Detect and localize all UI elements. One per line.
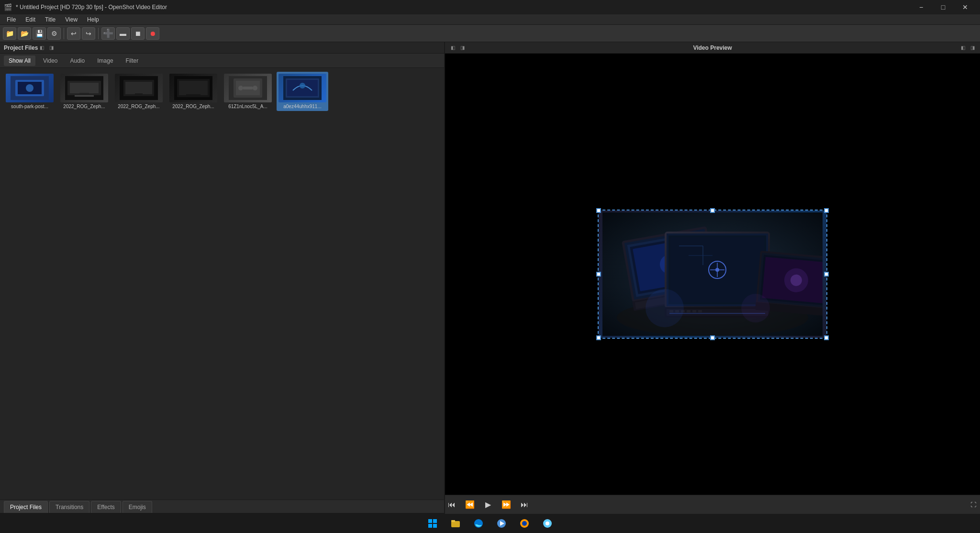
fast-forward-button[interactable]: ⏭ (518, 498, 531, 511)
add-media-button[interactable]: ➕ (101, 27, 115, 40)
tab-filter[interactable]: Filter (121, 56, 144, 66)
pf-icon-2[interactable]: ◨ (47, 44, 55, 52)
vp-icon-1[interactable]: ◧ (449, 44, 457, 52)
open-button[interactable]: 📂 (18, 27, 31, 40)
file-item-4[interactable]: 61Z1nLnoc5L_A... (222, 72, 274, 111)
bt-tab-effects[interactable]: Effects (91, 501, 121, 513)
tab-audio[interactable]: Audio (66, 56, 90, 66)
taskbar-edge[interactable] (470, 515, 487, 532)
edge-icon (473, 518, 484, 529)
handle-bm[interactable] (710, 335, 715, 340)
tab-image[interactable]: Image (92, 56, 118, 66)
video-image (599, 211, 826, 338)
file-item-3[interactable]: 2022_ROG_Zeph... (167, 72, 219, 111)
left-panel: Project Files ◧ ◨ Show All Video Audio I… (0, 42, 445, 514)
file-item-1[interactable]: 2022_ROG_Zeph... (58, 72, 110, 111)
handle-tl[interactable] (596, 208, 601, 213)
video-canvas-inner[interactable] (598, 210, 827, 339)
video-controls: ⏮ ⏪ ▶ ⏩ ⏭ ⛶ (445, 495, 980, 514)
project-files-header-icons: ◧ ◨ (38, 44, 55, 52)
file-item-2[interactable]: 2022_ROG_Zeph... (113, 72, 165, 111)
svg-rect-67 (428, 519, 432, 523)
thumb-img-4 (224, 74, 272, 102)
save-button[interactable]: 💾 (33, 27, 46, 40)
thumb-img-1 (60, 74, 108, 102)
menubar: File Edit Title View Help (0, 14, 980, 25)
bt-tab-transitions[interactable]: Transitions (49, 501, 89, 513)
export-button[interactable]: ⚙ (47, 27, 61, 40)
play-button[interactable]: ▶ (481, 498, 495, 511)
step-forward-button[interactable]: ⏩ (500, 498, 513, 511)
step-back-button[interactable]: ⏪ (463, 498, 477, 511)
video-preview-header: ◧ ◨ Video Preview ◧ ◨ (445, 42, 980, 54)
svg-rect-68 (433, 519, 437, 523)
titlebar-title: * Untitled Project [HD 720p 30 fps] - Op… (16, 4, 167, 11)
video-preview-title: Video Preview (693, 44, 732, 51)
svg-rect-55 (692, 310, 696, 312)
maximize-button[interactable]: □ (932, 0, 954, 14)
svg-rect-69 (428, 524, 432, 528)
main-area: Project Files ◧ ◨ Show All Video Audio I… (0, 42, 980, 514)
svg-rect-54 (687, 310, 690, 312)
remove-button[interactable]: ▬ (116, 27, 130, 40)
taskbar-firefox[interactable] (516, 515, 533, 532)
taskbar-openshot[interactable] (493, 515, 510, 532)
record-button[interactable]: ⏺ (146, 27, 159, 40)
file-item-0[interactable]: south-park-post... (4, 72, 56, 111)
vp-icon-2[interactable]: ◨ (458, 44, 466, 52)
svg-rect-70 (433, 524, 437, 528)
thumb-img-2 (115, 74, 163, 102)
file-label-0: south-park-post... (11, 104, 48, 109)
firefox-icon (519, 518, 530, 529)
new-button[interactable]: 📁 (3, 27, 16, 40)
titlebar: 🎬 * Untitled Project [HD 720p 30 fps] - … (0, 0, 980, 14)
svg-rect-7 (79, 93, 89, 95)
svg-point-79 (546, 522, 549, 525)
rewind-to-start-button[interactable]: ⏮ (445, 498, 458, 511)
svg-rect-56 (698, 310, 702, 312)
bt-tab-emojis[interactable]: Emojis (122, 501, 152, 513)
project-files-title: Project Files (4, 44, 38, 51)
svg-rect-11 (125, 82, 152, 94)
titlebar-left: 🎬 * Untitled Project [HD 720p 30 fps] - … (4, 3, 167, 11)
toolbar: 📁 📂 💾 ⚙ ↩ ↪ ➕ ▬ ⏹ ⏺ (0, 25, 980, 42)
vp-icon-3[interactable]: ◧ (959, 44, 967, 52)
handle-bl[interactable] (596, 335, 601, 340)
project-files-content: south-park-post... 2022_ROG_Zeph... (0, 68, 444, 500)
pf-icon-1[interactable]: ◧ (38, 44, 45, 52)
vp-icon-4[interactable]: ◨ (969, 44, 976, 52)
close-button[interactable]: ✕ (954, 0, 976, 14)
handle-tr[interactable] (824, 208, 829, 213)
menu-help[interactable]: Help (82, 15, 104, 24)
redo-button[interactable]: ↪ (82, 27, 95, 40)
fullscreen-button[interactable]: ⛶ (967, 498, 980, 511)
file-label-1: 2022_ROG_Zeph... (63, 104, 105, 109)
file-label-5: a0ez44uhhx911... (283, 104, 322, 109)
stop-button[interactable]: ⏹ (131, 27, 145, 40)
bt-tab-project-files[interactable]: Project Files (4, 501, 48, 513)
taskbar-settings[interactable] (539, 515, 556, 532)
taskbar-explorer[interactable] (447, 515, 464, 532)
svg-rect-16 (186, 94, 200, 96)
handle-br[interactable] (824, 335, 829, 340)
project-files-header: Project Files ◧ ◨ (0, 42, 444, 54)
menu-file[interactable]: File (2, 15, 21, 24)
svg-rect-6 (70, 83, 99, 93)
handle-ml[interactable] (596, 272, 601, 277)
tab-video[interactable]: Video (38, 56, 62, 66)
vp-header-icons-right: ◧ ◨ (959, 44, 976, 52)
menu-title[interactable]: Title (40, 15, 60, 24)
openshot-icon (496, 518, 507, 529)
minimize-button[interactable]: − (910, 0, 932, 14)
file-item-5[interactable]: a0ez44uhhx911... (277, 72, 328, 111)
taskbar-windows[interactable] (424, 515, 441, 532)
menu-view[interactable]: View (60, 15, 82, 24)
undo-button[interactable]: ↩ (67, 27, 80, 40)
svg-rect-15 (179, 81, 208, 95)
handle-mr[interactable] (824, 272, 829, 277)
handle-tm[interactable] (710, 208, 715, 213)
svg-point-26 (300, 83, 305, 89)
svg-rect-72 (451, 520, 455, 522)
tab-show-all[interactable]: Show All (4, 56, 35, 66)
menu-edit[interactable]: Edit (21, 15, 40, 24)
